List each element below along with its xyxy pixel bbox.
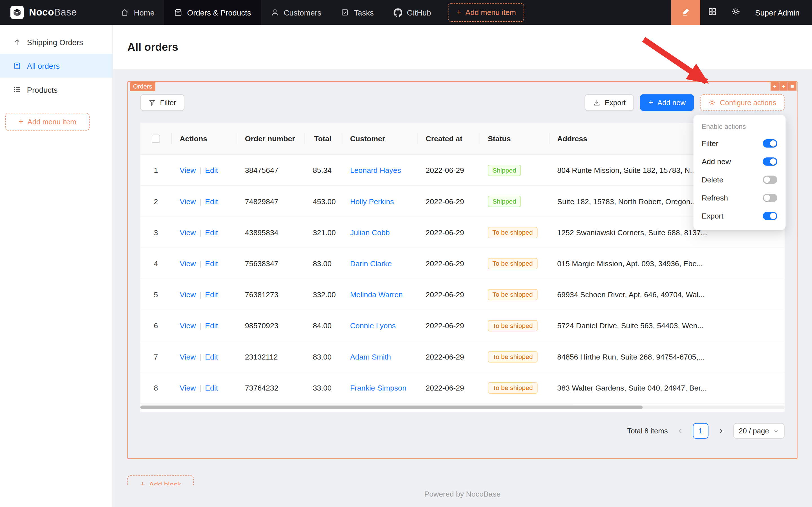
edit-link[interactable]: Edit — [205, 352, 218, 361]
document-icon — [13, 62, 21, 70]
initializer-plus-icon-2[interactable]: + — [779, 82, 788, 91]
view-link[interactable]: View — [180, 322, 196, 330]
column-header-actions[interactable]: Actions — [171, 123, 237, 154]
gear-icon — [708, 99, 716, 106]
action-divider: | — [199, 259, 201, 267]
customer-link[interactable]: Darin Clarke — [350, 259, 392, 267]
edit-link[interactable]: Edit — [205, 384, 218, 392]
filter-toggle[interactable] — [763, 139, 777, 147]
action-divider: | — [199, 197, 201, 205]
customer-cell: Adam Smith — [342, 352, 417, 361]
nav-item-home[interactable]: Home — [111, 0, 164, 25]
customer-link[interactable]: Adam Smith — [350, 352, 391, 361]
plugin-manager-button[interactable] — [700, 0, 724, 25]
total-cell: 84.00 — [304, 322, 342, 330]
column-header-status[interactable]: Status — [479, 123, 549, 154]
table-row: 4 View|Edit 75638347 83.00 Darin Clarke … — [140, 248, 785, 279]
order-number-cell: 76381273 — [237, 290, 304, 298]
enable-action-refresh[interactable]: Refresh — [693, 189, 786, 207]
customer-link[interactable]: Leonard Hayes — [350, 166, 401, 174]
pagination: Total 8 items 1 20 / page — [140, 423, 785, 439]
enable-action-add-new[interactable]: Add new — [693, 152, 786, 170]
pagination-total: Total 8 items — [627, 427, 668, 435]
edit-link[interactable]: Edit — [205, 322, 218, 330]
nav-item-orders-products[interactable]: Orders & Products — [164, 0, 261, 25]
add-menu-item-button-sidebar[interactable]: + Add menu item — [5, 113, 90, 130]
edit-link[interactable]: Edit — [205, 166, 218, 174]
enable-action-export[interactable]: Export — [693, 207, 786, 225]
user-menu[interactable]: Super Admin — [748, 8, 812, 17]
status-cell: Shipped — [479, 195, 549, 207]
row-index: 2 — [140, 197, 171, 205]
view-link[interactable]: View — [180, 197, 196, 205]
edit-link[interactable]: Edit — [205, 228, 218, 236]
designer-menu-icon[interactable]: ≡ — [788, 82, 797, 91]
customer-link[interactable]: Holly Perkins — [350, 197, 394, 205]
column-header-order-number[interactable]: Order number — [237, 123, 304, 154]
add-new-button[interactable]: + Add new — [640, 94, 694, 111]
view-link[interactable]: View — [180, 290, 196, 298]
sidebar-item-all-orders[interactable]: All orders — [0, 54, 113, 77]
created-at-cell: 2022-06-29 — [417, 166, 479, 174]
delete-toggle[interactable] — [763, 175, 777, 183]
customer-link[interactable]: Melinda Warren — [350, 290, 403, 298]
add-block-button[interactable]: + Add block — [127, 475, 194, 485]
sidebar-item-shipping-orders[interactable]: Shipping Orders — [0, 30, 113, 54]
nav-item-github[interactable]: GitHub — [384, 0, 441, 25]
view-link[interactable]: View — [180, 166, 196, 174]
prev-page-button[interactable] — [673, 424, 687, 438]
created-at-cell: 2022-06-29 — [417, 352, 479, 361]
toggle-knob — [764, 194, 770, 201]
table-row: 5 View|Edit 76381273 332.00 Melinda Warr… — [140, 279, 785, 310]
edit-link[interactable]: Edit — [205, 197, 218, 205]
edit-link[interactable]: Edit — [205, 259, 218, 267]
column-header-created-at[interactable]: Created at — [417, 123, 479, 154]
enable-action-delete[interactable]: Delete — [693, 170, 786, 188]
customer-link[interactable]: Connie Lyons — [350, 322, 396, 330]
created-at-cell: 2022-06-29 — [417, 197, 479, 205]
ui-editor-button[interactable] — [671, 0, 700, 25]
table-row: 8 View|Edit 73764232 33.00 Frankie Simps… — [140, 373, 785, 403]
add-menu-item-button-top[interactable]: + Add menu item — [448, 3, 524, 22]
export-toggle[interactable] — [763, 212, 777, 220]
initializer-plus-icon[interactable]: + — [770, 82, 779, 91]
customer-cell: Frankie Simpson — [342, 384, 417, 392]
view-link[interactable]: View — [180, 259, 196, 267]
page-number-button[interactable]: 1 — [693, 423, 708, 439]
select-all-checkbox[interactable] — [152, 135, 160, 143]
settings-button[interactable] — [724, 0, 748, 25]
orders-table-body: 1 View|Edit 38475647 85.34 Leonard Hayes… — [140, 155, 785, 403]
column-header-customer[interactable]: Customer — [342, 123, 417, 154]
status-cell: To be shipped — [479, 382, 549, 393]
nav-item-customers[interactable]: Customers — [261, 0, 331, 25]
configure-actions-button[interactable]: Configure actions — [700, 94, 785, 111]
edit-link[interactable]: Edit — [205, 290, 218, 298]
refresh-toggle[interactable] — [763, 193, 777, 202]
enable-action-filter[interactable]: Filter — [693, 134, 786, 152]
next-page-button[interactable] — [713, 424, 728, 438]
page-size-select[interactable]: 20 / page — [733, 423, 785, 439]
github-icon — [393, 8, 402, 17]
status-badge: To be shipped — [488, 227, 537, 238]
status-cell: Shipped — [479, 164, 549, 176]
add-new-toggle[interactable] — [763, 157, 777, 165]
logo[interactable]: NocoBase — [0, 0, 79, 25]
export-button[interactable]: Export — [584, 94, 634, 111]
nav-item-tasks[interactable]: Tasks — [331, 0, 384, 25]
toggle-knob — [770, 158, 776, 164]
top-navbar: NocoBase Home Orders & Products Customer… — [0, 0, 812, 25]
column-header-total[interactable]: Total — [304, 123, 342, 154]
view-link[interactable]: View — [180, 384, 196, 392]
row-index: 7 — [140, 352, 171, 361]
customer-link[interactable]: Julian Cobb — [350, 228, 390, 236]
filter-button[interactable]: Filter — [140, 94, 184, 111]
horizontal-scrollbar[interactable] — [140, 405, 785, 409]
scrollbar-thumb[interactable] — [140, 405, 643, 409]
view-link[interactable]: View — [180, 352, 196, 361]
sidebar-item-products[interactable]: Products — [0, 78, 113, 102]
action-divider: | — [199, 352, 201, 361]
status-cell: To be shipped — [479, 289, 549, 300]
toggle-knob — [770, 213, 776, 219]
view-link[interactable]: View — [180, 228, 196, 236]
customer-link[interactable]: Frankie Simpson — [350, 384, 407, 392]
